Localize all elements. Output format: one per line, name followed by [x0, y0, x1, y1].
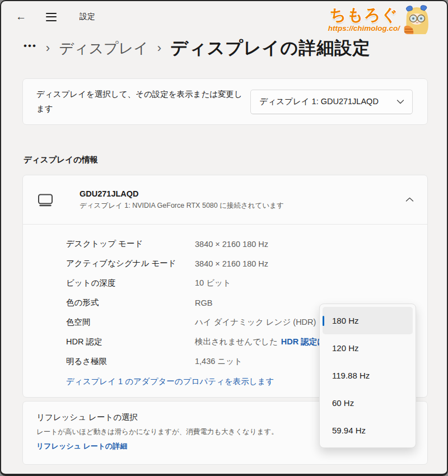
chevron-right-icon: ›: [157, 42, 161, 54]
breadcrumb-ellipsis[interactable]: •••: [24, 40, 37, 52]
chevron-right-icon: ›: [46, 42, 50, 54]
breadcrumb: ••• › ディスプレイ › ディスプレイの詳細設定: [1, 32, 447, 62]
chevron-up-icon[interactable]: [405, 197, 414, 202]
display-select-value: ディスプレイ 1: GDU271JLAQD: [260, 96, 379, 107]
row-active-signal-mode: アクティブなシグナル モード 3840 × 2160 180 Hz: [66, 254, 414, 273]
logo-text: ちもろぐ: [328, 7, 400, 23]
app-title: 設定: [80, 12, 95, 22]
display-select-label: ディスプレイを選択して、その設定を表示または変更します: [36, 87, 250, 116]
hamburger-menu-icon[interactable]: [46, 13, 67, 21]
chevron-down-icon: [396, 99, 404, 104]
refresh-rate-flyout: 180 Hz 120 Hz 119.88 Hz 60 Hz 59.94 Hz: [319, 304, 416, 448]
chimolog-logo: ちもろぐ https://chimolog.co/: [328, 3, 431, 35]
refresh-option-120hz[interactable]: 120 Hz: [323, 334, 413, 362]
monitor-icon: [36, 191, 54, 209]
page-title: ディスプレイの詳細設定: [170, 36, 370, 60]
refresh-option-119-88hz[interactable]: 119.88 Hz: [323, 362, 413, 389]
info-section-heading: ディスプレイの情報: [22, 155, 428, 165]
display-info-expander[interactable]: GDU271JLAQD ディスプレイ 1: NVIDIA GeForce RTX…: [23, 175, 427, 224]
mascot-icon: [401, 3, 431, 35]
refresh-option-180hz[interactable]: 180 Hz: [323, 307, 413, 334]
device-subtitle: ディスプレイ 1: NVIDIA GeForce RTX 5080 に接続されて…: [80, 201, 284, 211]
row-bit-depth: ビットの深度 10 ビット: [66, 273, 414, 293]
display-select-card: ディスプレイを選択して、その設定を表示または変更します ディスプレイ 1: GD…: [22, 78, 428, 125]
back-icon[interactable]: ←: [16, 11, 35, 23]
display-select-dropdown[interactable]: ディスプレイ 1: GDU271JLAQD: [250, 90, 413, 114]
refresh-option-60hz[interactable]: 60 Hz: [323, 389, 413, 417]
refresh-option-59-94hz[interactable]: 59.94 Hz: [323, 417, 413, 444]
row-desktop-mode: デスクトップ モード 3840 × 2160 180 Hz: [66, 234, 414, 254]
logo-url: https://chimolog.co/: [328, 24, 400, 32]
selection-accent-bar: [323, 316, 324, 326]
device-name: GDU271JLAQD: [80, 189, 284, 198]
breadcrumb-display[interactable]: ディスプレイ: [59, 39, 148, 58]
titlebar: ← 設定 ちもろぐ https://chimolog.co/: [1, 1, 447, 32]
settings-window: ← 設定 ちもろぐ https://chimolog.co/: [0, 0, 448, 476]
